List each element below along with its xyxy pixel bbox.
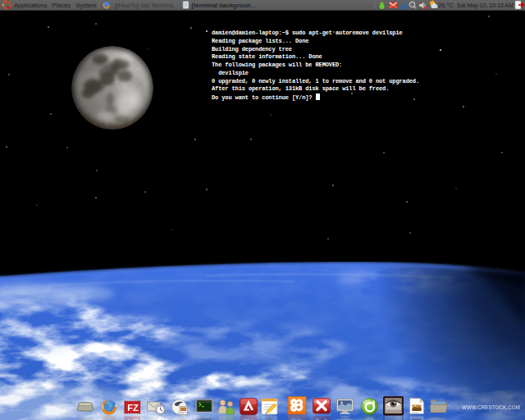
svg-text:FZ: FZ <box>127 403 139 413</box>
